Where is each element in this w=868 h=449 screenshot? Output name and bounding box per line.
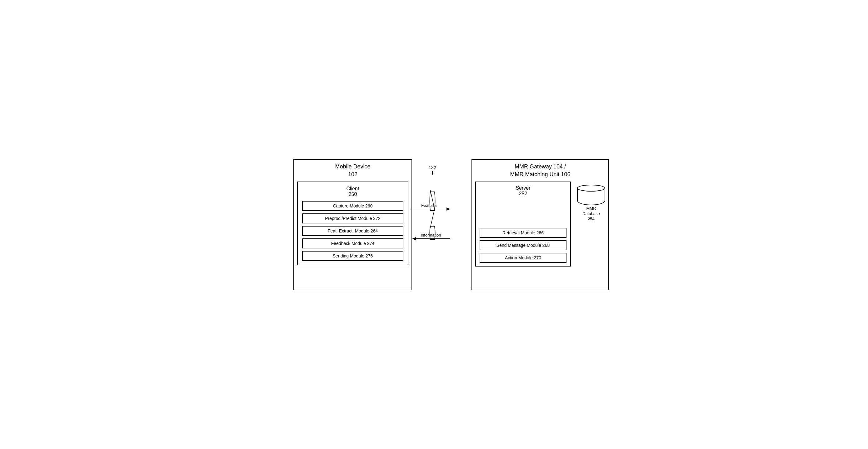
diagram-wrapper: Mobile Device 102 Client 250 Capture Mod…: [293, 159, 575, 290]
connection-id-label: 132: [429, 165, 436, 170]
sending-module: Sending Module 276: [302, 251, 403, 261]
server-modules: Retrieval Module 266 Send Message Module…: [479, 228, 566, 263]
mobile-device-title: Mobile Device 102: [297, 163, 408, 179]
db-cylinder: [577, 185, 605, 205]
preproc-module: Preproc./Predict Module 272: [302, 214, 403, 223]
action-module: Action Module 270: [479, 253, 566, 263]
client-title: Client 250: [302, 186, 403, 197]
feedback-module: Feedback Module 274: [302, 238, 403, 248]
information-label: Information: [421, 233, 441, 237]
arrows-svg: 132 Features Information: [412, 159, 453, 290]
arrow-spacer: 132 Features Information: [412, 159, 453, 290]
information-arrowhead: [412, 237, 416, 240]
db-label: MMR Database 254: [582, 206, 600, 222]
capture-module: Capture Module 260: [302, 201, 403, 211]
mmr-gateway-box: MMR Gateway 104 / MMR Matching Unit 106 …: [471, 159, 609, 290]
server-box: Server 252 Retrieval Module 266 Send Mes…: [475, 182, 571, 266]
mobile-device-box: Mobile Device 102 Client 250 Capture Mod…: [293, 159, 412, 290]
features-arrowhead: [446, 207, 450, 211]
server-title: Server 252: [479, 185, 566, 196]
mmr-gateway-title: MMR Gateway 104 / MMR Matching Unit 106: [475, 163, 605, 179]
feat-extract-module: Feat. Extract. Module 264: [302, 226, 403, 236]
db-top: [577, 185, 605, 192]
send-message-module: Send Message Module 268: [479, 240, 566, 250]
mmr-database: MMR Database 254: [577, 185, 605, 266]
retrieval-module: Retrieval Module 266: [479, 228, 566, 238]
client-box: Client 250 Capture Module 260 Preproc./P…: [297, 182, 408, 265]
